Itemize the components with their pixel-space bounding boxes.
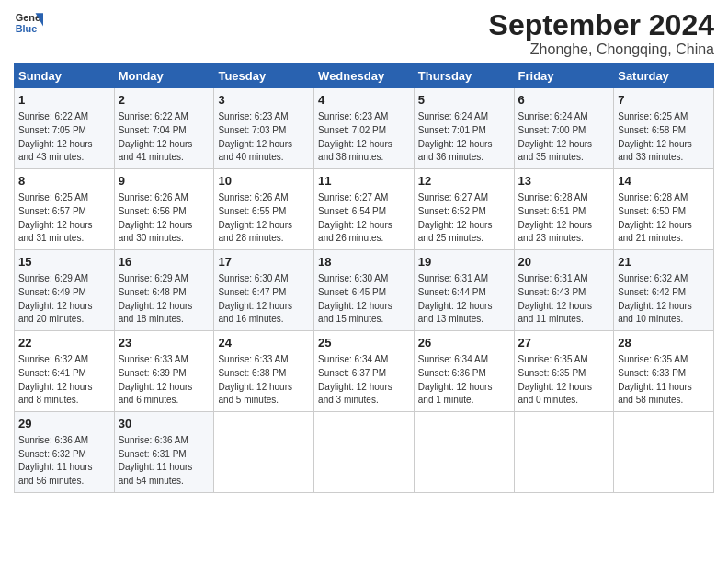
calendar-cell: 5Sunrise: 6:24 AMSunset: 7:01 PMDaylight… <box>414 88 514 169</box>
day-number: 10 <box>218 173 310 190</box>
logo-icon: General Blue <box>14 9 43 39</box>
day-info: Sunrise: 6:33 AMSunset: 6:39 PMDaylight:… <box>119 354 193 405</box>
calendar-cell <box>514 412 614 493</box>
day-number: 26 <box>418 335 510 352</box>
day-info: Sunrise: 6:28 AMSunset: 6:51 PMDaylight:… <box>518 192 593 243</box>
calendar-cell: 6Sunrise: 6:24 AMSunset: 7:00 PMDaylight… <box>514 88 614 169</box>
day-info: Sunrise: 6:34 AMSunset: 6:36 PMDaylight:… <box>418 354 493 405</box>
day-number: 6 <box>518 92 610 109</box>
day-number: 11 <box>318 173 410 190</box>
calendar-week-row: 1Sunrise: 6:22 AMSunset: 7:05 PMDaylight… <box>15 88 714 169</box>
day-number: 22 <box>18 335 110 352</box>
day-number: 29 <box>18 416 110 433</box>
calendar-body: 1Sunrise: 6:22 AMSunset: 7:05 PMDaylight… <box>15 88 714 493</box>
calendar-cell: 12Sunrise: 6:27 AMSunset: 6:52 PMDayligh… <box>414 169 514 250</box>
day-number: 30 <box>119 416 210 433</box>
day-number: 14 <box>618 173 710 190</box>
day-header-tuesday: Tuesday <box>214 64 314 88</box>
month-title: September 2024 <box>489 9 714 41</box>
day-info: Sunrise: 6:36 AMSunset: 6:32 PMDaylight:… <box>18 435 93 486</box>
calendar-cell: 20Sunrise: 6:31 AMSunset: 6:43 PMDayligh… <box>514 250 614 331</box>
day-info: Sunrise: 6:32 AMSunset: 6:42 PMDaylight:… <box>618 273 692 324</box>
day-info: Sunrise: 6:22 AMSunset: 7:05 PMDaylight:… <box>18 111 93 162</box>
calendar-cell: 3Sunrise: 6:23 AMSunset: 7:03 PMDaylight… <box>214 88 314 169</box>
day-info: Sunrise: 6:35 AMSunset: 6:35 PMDaylight:… <box>518 354 593 405</box>
day-info: Sunrise: 6:23 AMSunset: 7:02 PMDaylight:… <box>318 111 392 162</box>
day-number: 25 <box>318 335 410 352</box>
calendar-cell: 23Sunrise: 6:33 AMSunset: 6:39 PMDayligh… <box>114 331 214 412</box>
day-header-sunday: Sunday <box>15 64 115 88</box>
day-header-wednesday: Wednesday <box>314 64 415 88</box>
calendar-cell: 28Sunrise: 6:35 AMSunset: 6:33 PMDayligh… <box>614 331 714 412</box>
day-number: 27 <box>518 335 610 352</box>
calendar-cell: 11Sunrise: 6:27 AMSunset: 6:54 PMDayligh… <box>314 169 415 250</box>
calendar-cell: 25Sunrise: 6:34 AMSunset: 6:37 PMDayligh… <box>314 331 415 412</box>
day-number: 19 <box>418 254 510 271</box>
day-info: Sunrise: 6:23 AMSunset: 7:03 PMDaylight:… <box>218 111 292 162</box>
day-number: 17 <box>218 254 310 271</box>
day-info: Sunrise: 6:28 AMSunset: 6:50 PMDaylight:… <box>618 192 692 243</box>
day-number: 2 <box>119 92 210 109</box>
day-number: 7 <box>618 92 710 109</box>
day-number: 20 <box>518 254 610 271</box>
calendar-cell: 16Sunrise: 6:29 AMSunset: 6:48 PMDayligh… <box>114 250 214 331</box>
day-header-saturday: Saturday <box>614 64 714 88</box>
day-info: Sunrise: 6:24 AMSunset: 7:01 PMDaylight:… <box>418 111 493 162</box>
day-number: 12 <box>418 173 510 190</box>
day-info: Sunrise: 6:26 AMSunset: 6:55 PMDaylight:… <box>218 192 292 243</box>
day-header-monday: Monday <box>114 64 214 88</box>
day-number: 23 <box>119 335 210 352</box>
calendar-cell: 10Sunrise: 6:26 AMSunset: 6:55 PMDayligh… <box>214 169 314 250</box>
logo: General Blue <box>14 9 43 39</box>
calendar-cell: 14Sunrise: 6:28 AMSunset: 6:50 PMDayligh… <box>614 169 714 250</box>
calendar-cell: 19Sunrise: 6:31 AMSunset: 6:44 PMDayligh… <box>414 250 514 331</box>
day-info: Sunrise: 6:26 AMSunset: 6:56 PMDaylight:… <box>119 192 193 243</box>
day-number: 8 <box>18 173 110 190</box>
day-header-friday: Friday <box>514 64 614 88</box>
calendar-table: SundayMondayTuesdayWednesdayThursdayFrid… <box>14 63 714 493</box>
calendar-cell: 21Sunrise: 6:32 AMSunset: 6:42 PMDayligh… <box>614 250 714 331</box>
calendar-cell: 13Sunrise: 6:28 AMSunset: 6:51 PMDayligh… <box>514 169 614 250</box>
calendar-cell: 8Sunrise: 6:25 AMSunset: 6:57 PMDaylight… <box>15 169 115 250</box>
day-info: Sunrise: 6:34 AMSunset: 6:37 PMDaylight:… <box>318 354 392 405</box>
calendar-week-row: 8Sunrise: 6:25 AMSunset: 6:57 PMDaylight… <box>15 169 714 250</box>
day-number: 28 <box>618 335 710 352</box>
day-info: Sunrise: 6:33 AMSunset: 6:38 PMDaylight:… <box>218 354 292 405</box>
calendar-cell: 30Sunrise: 6:36 AMSunset: 6:31 PMDayligh… <box>114 412 214 493</box>
page: General Blue September 2024 Zhonghe, Cho… <box>0 0 728 563</box>
day-number: 4 <box>318 92 410 109</box>
calendar-header-row: SundayMondayTuesdayWednesdayThursdayFrid… <box>15 64 714 88</box>
calendar-cell: 9Sunrise: 6:26 AMSunset: 6:56 PMDaylight… <box>114 169 214 250</box>
calendar-cell <box>314 412 415 493</box>
calendar-week-row: 29Sunrise: 6:36 AMSunset: 6:32 PMDayligh… <box>15 412 714 493</box>
day-info: Sunrise: 6:31 AMSunset: 6:43 PMDaylight:… <box>518 273 593 324</box>
day-info: Sunrise: 6:30 AMSunset: 6:47 PMDaylight:… <box>218 273 292 324</box>
calendar-cell <box>214 412 314 493</box>
day-number: 3 <box>218 92 310 109</box>
day-number: 16 <box>119 254 210 271</box>
title-block: September 2024 Zhonghe, Chongqing, China <box>489 9 714 58</box>
svg-text:Blue: Blue <box>16 23 38 34</box>
calendar-cell: 1Sunrise: 6:22 AMSunset: 7:05 PMDaylight… <box>15 88 115 169</box>
day-info: Sunrise: 6:32 AMSunset: 6:41 PMDaylight:… <box>18 354 93 405</box>
header: General Blue September 2024 Zhonghe, Cho… <box>14 9 714 58</box>
day-info: Sunrise: 6:29 AMSunset: 6:49 PMDaylight:… <box>18 273 93 324</box>
calendar-cell: 15Sunrise: 6:29 AMSunset: 6:49 PMDayligh… <box>15 250 115 331</box>
calendar-cell: 4Sunrise: 6:23 AMSunset: 7:02 PMDaylight… <box>314 88 415 169</box>
calendar-cell: 17Sunrise: 6:30 AMSunset: 6:47 PMDayligh… <box>214 250 314 331</box>
calendar-week-row: 15Sunrise: 6:29 AMSunset: 6:49 PMDayligh… <box>15 250 714 331</box>
day-info: Sunrise: 6:29 AMSunset: 6:48 PMDaylight:… <box>119 273 193 324</box>
calendar-cell: 18Sunrise: 6:30 AMSunset: 6:45 PMDayligh… <box>314 250 415 331</box>
calendar-cell <box>614 412 714 493</box>
calendar-week-row: 22Sunrise: 6:32 AMSunset: 6:41 PMDayligh… <box>15 331 714 412</box>
day-info: Sunrise: 6:35 AMSunset: 6:33 PMDaylight:… <box>618 354 692 405</box>
day-number: 21 <box>618 254 710 271</box>
day-header-thursday: Thursday <box>414 64 514 88</box>
day-info: Sunrise: 6:27 AMSunset: 6:54 PMDaylight:… <box>318 192 392 243</box>
calendar-cell: 2Sunrise: 6:22 AMSunset: 7:04 PMDaylight… <box>114 88 214 169</box>
day-info: Sunrise: 6:27 AMSunset: 6:52 PMDaylight:… <box>418 192 493 243</box>
day-info: Sunrise: 6:25 AMSunset: 6:58 PMDaylight:… <box>618 111 692 162</box>
calendar-cell: 22Sunrise: 6:32 AMSunset: 6:41 PMDayligh… <box>15 331 115 412</box>
day-info: Sunrise: 6:30 AMSunset: 6:45 PMDaylight:… <box>318 273 392 324</box>
day-number: 15 <box>18 254 110 271</box>
